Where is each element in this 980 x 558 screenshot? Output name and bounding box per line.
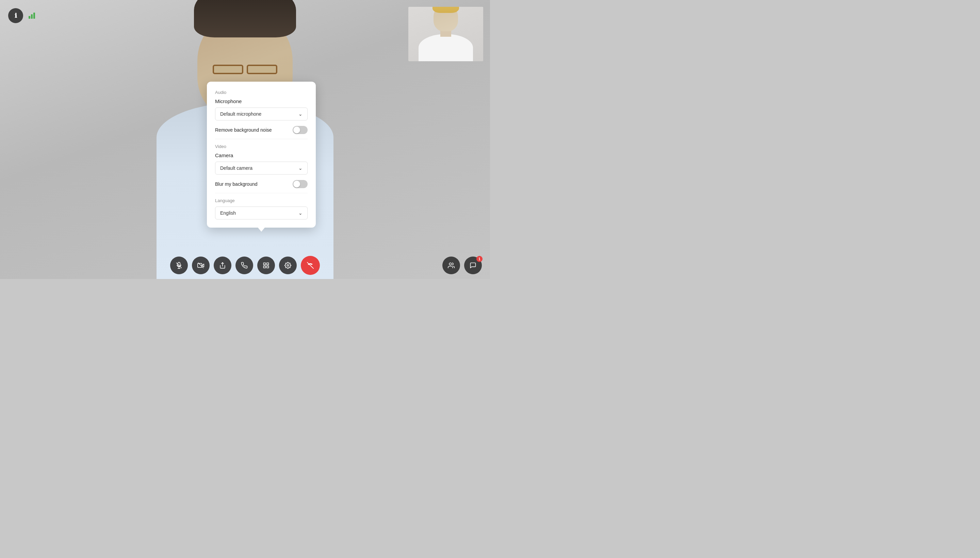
end-call-icon [307, 262, 314, 269]
camera-dropdown[interactable]: Default camera ⌄ [215, 162, 308, 174]
blur-background-row: Blur my background [215, 180, 308, 188]
phone-icon [241, 262, 248, 269]
share-button[interactable] [214, 256, 231, 274]
language-chevron-icon: ⌄ [299, 210, 302, 216]
microphone-dropdown[interactable]: Default microphone ⌄ [215, 108, 308, 120]
svg-point-11 [287, 265, 289, 266]
remove-noise-toggle[interactable] [293, 126, 308, 134]
signal-indicator [29, 13, 35, 19]
language-section-label: Language [215, 198, 308, 203]
microphone-chevron-icon: ⌄ [299, 111, 302, 117]
self-view-video [408, 7, 483, 61]
svg-rect-9 [264, 266, 266, 268]
settings-panel: Audio Microphone Default microphone ⌄ Re… [207, 82, 316, 228]
camera-label: Camera [215, 153, 308, 158]
microphone-label: Microphone [215, 98, 308, 104]
gear-icon [284, 262, 291, 269]
video-icon [197, 262, 204, 269]
microphone-value: Default microphone [220, 111, 261, 117]
bottom-toolbar [0, 252, 490, 279]
svg-rect-8 [267, 263, 269, 265]
svg-rect-10 [267, 266, 269, 268]
svg-marker-3 [202, 264, 204, 267]
blur-background-label: Blur my background [215, 181, 258, 187]
video-language-divider [215, 193, 308, 193]
info-button[interactable]: ℹ [8, 8, 23, 23]
top-left-controls: ℹ [8, 8, 35, 23]
grid-icon [263, 262, 269, 269]
info-icon: ℹ [15, 12, 17, 20]
settings-button[interactable] [279, 256, 297, 274]
signal-bar-1 [29, 16, 30, 19]
language-dropdown[interactable]: English ⌄ [215, 207, 308, 220]
camera-chevron-icon: ⌄ [299, 165, 302, 171]
video-section-label: Video [215, 144, 308, 149]
audio-section-label: Audio [215, 90, 308, 95]
svg-rect-7 [264, 263, 266, 265]
grid-button[interactable] [257, 256, 275, 274]
signal-bar-3 [33, 13, 35, 19]
phone-button[interactable] [235, 256, 253, 274]
mute-button[interactable] [170, 256, 188, 274]
svg-line-12 [307, 262, 314, 268]
language-value: English [220, 210, 236, 216]
blur-background-toggle[interactable] [293, 180, 308, 188]
self-view [408, 7, 483, 61]
remove-noise-row: Remove background noise [215, 126, 308, 134]
video-button[interactable] [192, 256, 210, 274]
camera-value: Default camera [220, 165, 253, 171]
audio-video-divider [215, 139, 308, 139]
microphone-icon [176, 262, 182, 269]
remove-noise-label: Remove background noise [215, 127, 272, 133]
share-icon [219, 262, 226, 269]
end-call-button[interactable] [301, 256, 320, 275]
signal-bar-2 [31, 14, 33, 19]
